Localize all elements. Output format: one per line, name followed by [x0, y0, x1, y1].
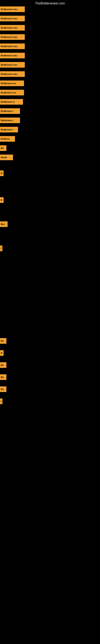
bar-item: I [0, 246, 2, 251]
bar-item: B [0, 170, 3, 176]
bar-label: Bottleneck resu [0, 44, 25, 49]
bar-item: Bottleneck r [0, 118, 20, 123]
bar-label: Bottleneck r [0, 127, 18, 132]
bar-label: Bo [0, 362, 6, 368]
bar-label: Bottleneck resu [0, 25, 25, 30]
bar-label: Bottleneck r [0, 108, 20, 114]
bar-label: Bo [0, 374, 6, 380]
bar-label: B [0, 350, 3, 356]
bar-item: Bottleneck res [0, 80, 24, 86]
bar-item: Bottleneck resu [0, 25, 25, 30]
bar-label: Bottleneck resu [0, 6, 25, 12]
bar-label: Bottleneck res [0, 80, 24, 86]
bar-item: Bottleneck resu [0, 34, 25, 40]
bar-item: Bottleneck resu [0, 62, 25, 68]
bar-item: Bottlene [0, 136, 15, 142]
site-title: TheBottlenecker.com [0, 0, 100, 7]
bar-item: B [0, 350, 3, 356]
bar-item: Bo [0, 386, 6, 392]
bar-label: Bo [0, 386, 6, 392]
bar-item: Bottleneck re [0, 99, 23, 105]
bar-item: Bo [0, 374, 6, 380]
bar-item: Bottleneck resu [0, 71, 25, 77]
bar-item: Bo [0, 338, 6, 344]
bar-item: Bottleneck resu [0, 16, 25, 21]
bar-item: Bottleneck r [0, 127, 18, 132]
bar-label: B [0, 197, 3, 203]
bar-item: Bottleneck resu [0, 6, 25, 12]
bar-item: I [0, 398, 2, 404]
bar-item: Bot [0, 222, 8, 227]
bar-label: Bottleneck resu [0, 34, 25, 40]
bar-item: Bottleneck resu [0, 44, 25, 49]
bar-label: I [0, 246, 2, 251]
bar-label: Bo [0, 338, 6, 344]
bar-label: B [0, 170, 3, 176]
bar-label: Bottleneck re [0, 99, 23, 105]
bar-item: Bottle [0, 154, 13, 160]
bar-label: Bottleneck res [0, 90, 24, 96]
bar-item: Bottleneck r [0, 108, 20, 114]
bar-label: I [0, 398, 2, 404]
bar-label: Bottleneck resu [0, 53, 25, 58]
bar-label: Bo [0, 145, 6, 151]
bar-item: Bo [0, 362, 6, 368]
bar-item: Bottleneck res [0, 90, 24, 96]
bar-label: Bottleneck resu [0, 71, 25, 77]
bar-label: Bottlene [0, 136, 15, 142]
bar-label: Bot [0, 222, 8, 227]
bar-label: Bottle [0, 154, 13, 160]
bar-item: B [0, 197, 3, 203]
bar-label: Bottleneck resu [0, 16, 25, 21]
bar-item: Bottleneck resu [0, 53, 25, 58]
bar-label: Bottleneck r [0, 118, 20, 123]
bar-item: Bo [0, 145, 6, 151]
bar-label: Bottleneck resu [0, 62, 25, 68]
